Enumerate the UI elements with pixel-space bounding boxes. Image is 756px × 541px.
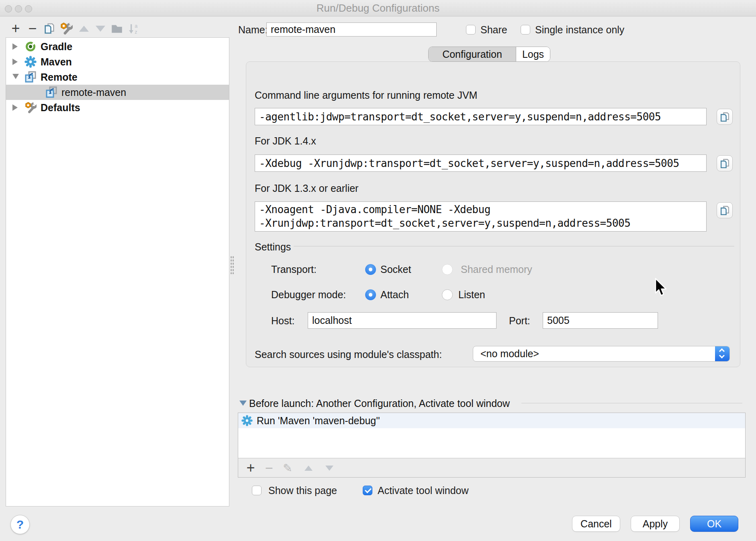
before-launch-task-list: Run 'Maven 'maven-debug'' + − ✎ bbox=[238, 413, 746, 478]
minus-icon: − bbox=[28, 21, 37, 36]
jdk14-input[interactable] bbox=[255, 155, 707, 172]
module-classpath-select[interactable]: <no module> bbox=[473, 346, 730, 362]
settings-section-label: Settings bbox=[255, 240, 291, 254]
minimize-traffic-light[interactable] bbox=[15, 5, 22, 12]
edit-task-button[interactable]: ✎ bbox=[280, 460, 295, 476]
tree-item-gradle[interactable]: Gradle bbox=[6, 39, 229, 54]
jdk13-input[interactable]: -Xnoagent -Djava.compiler=NONE -Xdebug -… bbox=[255, 201, 707, 232]
task-item-label: Run 'Maven 'maven-debug'' bbox=[257, 415, 380, 427]
chevron-down-icon bbox=[719, 353, 725, 358]
name-input[interactable] bbox=[266, 22, 437, 37]
move-task-up-button[interactable] bbox=[301, 460, 316, 476]
shared-memory-radio bbox=[442, 264, 453, 275]
configuration-panel: Command line arguments for running remot… bbox=[246, 61, 740, 367]
remove-task-button[interactable]: − bbox=[262, 460, 277, 476]
gradle-icon bbox=[25, 41, 37, 53]
settings-divider bbox=[294, 246, 734, 246]
move-down-button[interactable] bbox=[93, 21, 108, 36]
copy-jdk14-button[interactable] bbox=[717, 155, 733, 171]
cmd-args-label: Command line arguments for running remot… bbox=[255, 88, 477, 102]
host-input[interactable] bbox=[308, 312, 497, 329]
shared-memory-label: Shared memory bbox=[461, 262, 532, 276]
tree-item-label: Gradle bbox=[41, 40, 72, 53]
add-configuration-button[interactable]: + bbox=[8, 21, 23, 36]
wrench-icon bbox=[60, 22, 73, 35]
apply-button[interactable]: Apply bbox=[631, 516, 680, 532]
panel-splitter-handle[interactable] bbox=[230, 256, 234, 274]
chevron-right-icon[interactable] bbox=[12, 104, 18, 111]
edit-defaults-button[interactable] bbox=[59, 21, 74, 36]
plus-icon: + bbox=[246, 460, 255, 476]
add-task-button[interactable]: + bbox=[243, 460, 258, 476]
remote-icon bbox=[25, 71, 37, 83]
move-task-down-button[interactable] bbox=[322, 460, 337, 476]
pencil-icon: ✎ bbox=[283, 462, 292, 475]
tree-item-maven[interactable]: Maven bbox=[6, 54, 229, 69]
svg-text:a: a bbox=[135, 23, 138, 29]
chevron-down-icon[interactable] bbox=[12, 74, 19, 79]
copy-cmd-args-button[interactable] bbox=[717, 109, 733, 125]
name-label: Name: bbox=[238, 23, 268, 37]
defaults-wrench-icon bbox=[25, 102, 37, 114]
attach-label: Attach bbox=[380, 288, 409, 301]
configurations-tree: Gradle Maven Remote bbox=[6, 37, 229, 506]
listen-radio[interactable] bbox=[442, 289, 453, 300]
folder-icon bbox=[110, 22, 123, 35]
transport-label: Transport: bbox=[271, 262, 317, 276]
tree-item-defaults[interactable]: Defaults bbox=[6, 100, 229, 115]
single-instance-label: Single instance only bbox=[535, 23, 624, 37]
single-instance-checkbox[interactable] bbox=[521, 25, 530, 35]
show-this-page-checkbox[interactable] bbox=[252, 486, 262, 495]
sort-az-icon: a z bbox=[127, 22, 140, 35]
socket-label: Socket bbox=[380, 262, 411, 276]
title-bar: Run/Debug Configurations bbox=[0, 0, 756, 16]
close-traffic-light[interactable] bbox=[5, 5, 12, 12]
create-folder-button[interactable] bbox=[109, 21, 125, 36]
remote-icon bbox=[45, 86, 57, 98]
ok-button[interactable]: OK bbox=[690, 516, 738, 532]
run-gear-icon bbox=[241, 415, 253, 426]
sort-configurations-button[interactable]: a z bbox=[126, 21, 141, 36]
search-sources-label: Search sources using module's classpath: bbox=[255, 348, 442, 361]
move-up-button[interactable] bbox=[76, 21, 92, 36]
remove-configuration-button[interactable]: − bbox=[25, 21, 40, 36]
share-checkbox[interactable] bbox=[466, 25, 476, 35]
host-label: Host: bbox=[271, 314, 294, 327]
port-input[interactable] bbox=[543, 312, 658, 329]
svg-text:z: z bbox=[135, 29, 137, 35]
port-label: Port: bbox=[509, 314, 530, 327]
mouse-cursor bbox=[654, 278, 668, 297]
tab-configuration[interactable]: Configuration bbox=[429, 47, 516, 61]
copy-icon bbox=[43, 22, 55, 35]
zoom-traffic-light[interactable] bbox=[25, 5, 32, 12]
before-launch-collapse-icon[interactable] bbox=[239, 401, 247, 406]
tree-item-label: Maven bbox=[41, 55, 72, 68]
module-classpath-value: <no module> bbox=[480, 348, 539, 360]
activate-tool-window-checkbox[interactable] bbox=[363, 486, 372, 495]
cmd-args-input[interactable] bbox=[255, 108, 707, 125]
activate-tool-window-label: Activate tool window bbox=[378, 484, 469, 497]
chevron-right-icon[interactable] bbox=[12, 43, 18, 50]
listen-label: Listen bbox=[458, 288, 485, 301]
cancel-button[interactable]: Cancel bbox=[572, 516, 620, 532]
down-arrow-icon bbox=[325, 466, 333, 471]
question-mark-icon: ? bbox=[16, 518, 24, 531]
attach-radio[interactable] bbox=[365, 289, 376, 300]
window-title: Run/Debug Configurations bbox=[0, 0, 756, 16]
help-button[interactable]: ? bbox=[10, 515, 30, 534]
task-list-toolbar: + − ✎ bbox=[238, 458, 745, 477]
copy-icon bbox=[719, 158, 730, 169]
minus-icon: − bbox=[265, 460, 273, 476]
dropdown-stepper-icon bbox=[715, 346, 729, 361]
socket-radio[interactable] bbox=[365, 264, 376, 275]
chevron-right-icon[interactable] bbox=[12, 59, 18, 65]
copy-jdk13-button[interactable] bbox=[717, 202, 733, 218]
tree-item-remote-maven[interactable]: remote-maven bbox=[6, 85, 229, 100]
maven-gear-icon bbox=[25, 56, 37, 68]
jdk13-label: For JDK 1.3.x or earlier bbox=[255, 181, 358, 195]
copy-configuration-button[interactable] bbox=[42, 21, 57, 36]
tree-item-remote[interactable]: Remote bbox=[6, 69, 229, 85]
tab-logs[interactable]: Logs bbox=[516, 47, 550, 61]
tree-item-label: Remote bbox=[41, 71, 78, 83]
task-list-item[interactable]: Run 'Maven 'maven-debug'' bbox=[238, 413, 745, 428]
